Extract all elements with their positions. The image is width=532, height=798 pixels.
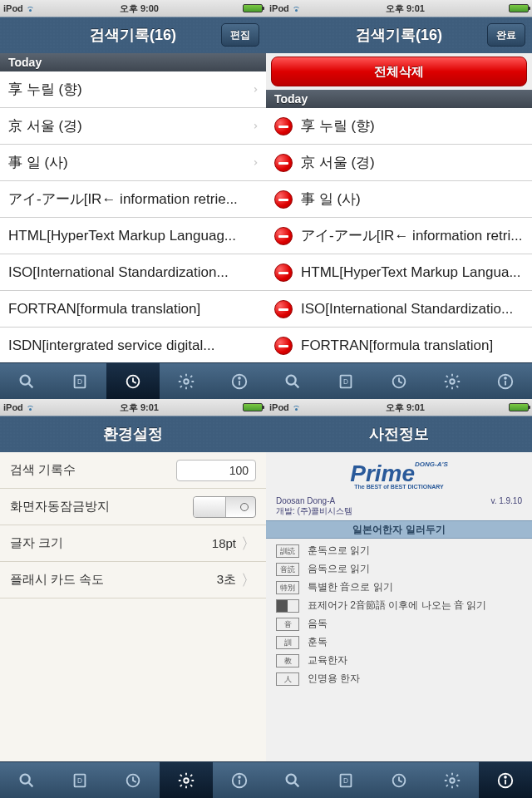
svg-point-32	[450, 778, 455, 783]
delete-icon[interactable]	[274, 117, 293, 135]
tab-dict[interactable]: D	[319, 762, 372, 798]
section-header: Today	[266, 90, 532, 108]
tab-bar: D	[266, 761, 532, 798]
definition-text: 교육한자	[308, 654, 522, 667]
meta-row: Doosan Dong-A 개발: (주)콜비시스템 v. 1.9.10	[266, 493, 532, 520]
tab-search[interactable]	[0, 762, 53, 798]
autolock-toggle[interactable]	[193, 496, 256, 518]
tab-dict[interactable]: D	[319, 363, 372, 399]
tab-history[interactable]	[106, 363, 160, 399]
tab-info[interactable]	[213, 762, 266, 798]
setting-value: 3초	[217, 572, 236, 588]
definition-text: 인명용 한자	[308, 672, 522, 686]
tab-search[interactable]	[266, 363, 319, 399]
tab-info[interactable]	[479, 363, 532, 399]
list-item-text: ISDN[intergrated service digital...	[8, 337, 258, 354]
svg-text:D: D	[343, 776, 348, 784]
battery-icon	[509, 4, 529, 12]
delete-icon[interactable]	[274, 190, 293, 209]
pane-settings: iPod 오후 9:01 환경설정 검색 기록수 100 화면자동잠금방지 글자…	[0, 399, 266, 798]
clock: 오후 9:01	[120, 401, 159, 414]
definition-text: 음독	[308, 618, 522, 631]
delete-icon[interactable]	[274, 264, 293, 282]
definition-text: 훈독	[308, 636, 522, 649]
setting-history-count[interactable]: 검색 기록수 100	[0, 452, 266, 489]
delete-icon[interactable]	[274, 337, 293, 355]
setting-autolock[interactable]: 화면자동잠금방지	[0, 489, 266, 525]
tab-settings[interactable]	[160, 762, 213, 798]
tab-settings[interactable]	[426, 762, 479, 798]
definition-tag: 音読	[276, 563, 299, 576]
definition-text: 훈독으로 읽기	[308, 544, 522, 558]
definition-row: 표제어가 2音節語 이후에 나오는 音 읽기	[266, 597, 532, 615]
svg-point-9	[287, 375, 296, 384]
edit-button[interactable]: 편집	[221, 23, 259, 47]
definition-tag: 教	[276, 654, 299, 667]
version-label: v. 1.9.10	[490, 496, 522, 517]
wifi-icon	[26, 404, 36, 411]
tab-settings[interactable]	[426, 363, 479, 399]
battery-icon	[243, 403, 263, 411]
history-list-edit: 전체삭제 Today 享 누릴 (향)京 서울 (경)事 일 (사)アイ-アール…	[266, 53, 532, 362]
history-list: Today 享 누릴 (향)⌃京 서울 (경)⌃事 일 (사)⌃アイ-アール[I…	[0, 53, 266, 362]
device-label: iPod	[269, 3, 289, 13]
tab-settings[interactable]	[160, 363, 213, 399]
list-item[interactable]: 事 일 (사)	[266, 181, 532, 218]
device-label: iPod	[3, 3, 23, 13]
definition-row: 人인명용 한자	[266, 670, 532, 688]
list-item[interactable]: 享 누릴 (향)⌃	[0, 71, 266, 108]
list-item[interactable]: FORTRAN[formula translation]	[0, 291, 266, 328]
tab-dict[interactable]: D	[53, 363, 106, 399]
definition-tag: 訓読	[276, 544, 299, 558]
tab-history[interactable]	[106, 762, 160, 798]
list-item-text: FORTRAN[formula translation]	[8, 301, 258, 318]
setting-label: 플래시 카드 속도	[10, 572, 217, 588]
delete-icon[interactable]	[274, 227, 293, 245]
wifi-icon	[292, 404, 302, 411]
list-item-text: 京 서울 (경)	[8, 116, 243, 135]
done-button[interactable]: 완료	[487, 23, 525, 47]
list-item[interactable]: アイ-アール[IR← information retrie...	[0, 181, 266, 218]
battery-icon	[509, 403, 529, 411]
list-item[interactable]: 京 서울 (경)	[266, 145, 532, 181]
section-header: 일본어한자 일러두기	[266, 520, 532, 539]
setting-fontsize[interactable]: 글자 크기 18pt 〉	[0, 525, 266, 562]
list-item[interactable]: 事 일 (사)⌃	[0, 145, 266, 181]
list-item[interactable]: HTML[HyperText Markup Languag...	[0, 218, 266, 254]
list-item-text: 事 일 (사)	[8, 153, 243, 172]
svg-line-10	[295, 383, 299, 387]
nav-bar: 사전정보	[266, 416, 532, 452]
list-item[interactable]: FORTRAN[formula translation]	[266, 328, 532, 362]
list-item[interactable]: ISDN[intergrated service digital...	[0, 328, 266, 362]
list-item-text: HTML[HyperText Markup Languag...	[8, 228, 258, 244]
chevron-icon: ⌃	[246, 121, 259, 131]
svg-point-8	[239, 377, 240, 378]
tab-bar: D	[0, 761, 266, 798]
tab-info[interactable]	[213, 363, 266, 399]
list-item[interactable]: 京 서울 (경)⌃	[0, 108, 266, 145]
setting-flashcard-speed[interactable]: 플래시 카드 속도 3초 〉	[0, 562, 266, 598]
tab-dict[interactable]: D	[53, 762, 106, 798]
wifi-icon	[26, 5, 36, 12]
list-item[interactable]: ISO[International Standardizatio...	[266, 291, 532, 328]
list-item[interactable]: ISO[International Standardization...	[0, 254, 266, 291]
definition-tag: 訓	[276, 636, 299, 649]
tab-search[interactable]	[0, 363, 53, 399]
delete-all-button[interactable]: 전체삭제	[271, 57, 527, 86]
definition-tag: 人	[276, 672, 299, 686]
list-item[interactable]: アイ-アール[IR← information retri...	[266, 218, 532, 254]
setting-value: 18pt	[212, 536, 236, 550]
info-content: PrimeDONG-A'SThe BEST of BEST DICTIONARY…	[266, 452, 532, 761]
delete-icon[interactable]	[274, 154, 293, 172]
tab-search[interactable]	[266, 762, 319, 798]
clock: 오후 9:01	[386, 2, 425, 15]
history-count-input[interactable]: 100	[176, 460, 256, 481]
delete-icon[interactable]	[274, 300, 293, 318]
status-bar: iPod 오후 9:00	[0, 0, 266, 17]
list-item[interactable]: HTML[HyperText Markup Langua...	[266, 254, 532, 291]
logo: PrimeDONG-A'SThe BEST of BEST DICTIONARY	[266, 452, 532, 493]
tab-history[interactable]	[372, 762, 426, 798]
tab-history[interactable]	[372, 363, 426, 399]
tab-info[interactable]	[479, 762, 532, 798]
list-item[interactable]: 享 누릴 (향)	[266, 108, 532, 145]
